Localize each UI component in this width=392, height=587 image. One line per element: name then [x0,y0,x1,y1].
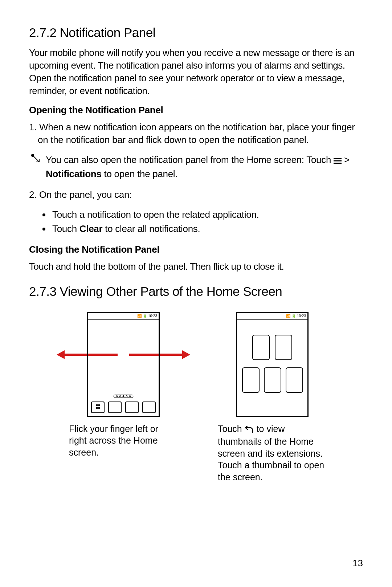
fig2-caption-before: Touch [218,424,245,434]
step-1: 1. When a new notification icon appears … [29,121,363,146]
page-indicator-icon [114,395,134,398]
tip-text-after: > [344,154,350,165]
intro-paragraph: Your mobile phone will notify you when y… [29,46,363,97]
bullet-open-app: Touch a notification to open the related… [51,208,363,222]
menu-icon [334,154,342,167]
figure-flick-caption: Flick your finger left or right across t… [69,423,178,458]
apps-grid-icon [91,401,105,413]
manual-page: 2.7.2 Notification Panel Your mobile pho… [0,0,392,587]
opening-subhead: Opening the Notification Panel [29,105,363,116]
heading-2-7-3: 2.7.3 Viewing Other Parts of the Home Sc… [29,284,363,299]
illustration-navbar [91,401,156,413]
thumbnail-icon [286,367,303,393]
tip-notifications-label: Notifications [46,168,102,179]
svg-rect-2 [334,160,342,161]
illustration-statusbar: 📶 🔋 10:23 [88,313,159,320]
step-2: 2. On the panel, you can: [29,188,363,201]
bullet-clear-after: to clear all notifications. [102,223,200,234]
status-time-2: 10:23 [297,314,306,318]
thumbnail-icon [252,335,270,360]
nav-slot-icon [125,401,139,413]
back-icon [245,424,254,436]
figure-thumbnails: 📶 🔋 10:23 Touch to view thumbnails of th… [218,312,327,483]
bullet-clear-bold: Clear [79,223,103,234]
bullet-clear-before: Touch [52,223,79,234]
svg-rect-3 [334,163,342,164]
figure-thumbnails-caption: Touch to view thumbnails of the Home scr… [218,423,327,483]
nav-slot-icon [108,401,122,413]
tip-block: You can also open the notification panel… [29,153,363,181]
svg-rect-1 [334,158,342,159]
closing-subhead: Closing the Notification Panel [29,244,363,255]
thumbnail-icon [264,367,281,393]
illustration-statusbar: 📶 🔋 10:23 [237,313,307,320]
tip-pointer-icon [29,153,42,168]
thumbnail-icon [242,367,260,393]
tip-text-before: You can also open the notification panel… [46,154,334,165]
tip-line2-rest: to open the panel. [102,168,178,179]
nav-slot-icon [142,401,156,413]
figure-flick: 📶 🔋 10:23 Flick your finger left or righ… [69,312,178,483]
thumbnail-icon [275,335,292,360]
panel-actions-list: Touch a notification to open the related… [29,208,363,236]
bullet-clear: Touch Clear to clear all notifications. [51,222,363,236]
phone-illustration-2: 📶 🔋 10:23 [236,312,309,417]
figures-row: 📶 🔋 10:23 Flick your finger left or righ… [69,312,363,483]
heading-2-7-2: 2.7.2 Notification Panel [29,25,363,40]
page-number: 13 [352,558,363,569]
status-time-1: 10:23 [148,314,157,318]
closing-text: Touch and hold the bottom of the panel. … [29,260,363,273]
tip-text: You can also open the notification panel… [46,153,350,181]
phone-illustration-1: 📶 🔋 10:23 [87,312,160,417]
